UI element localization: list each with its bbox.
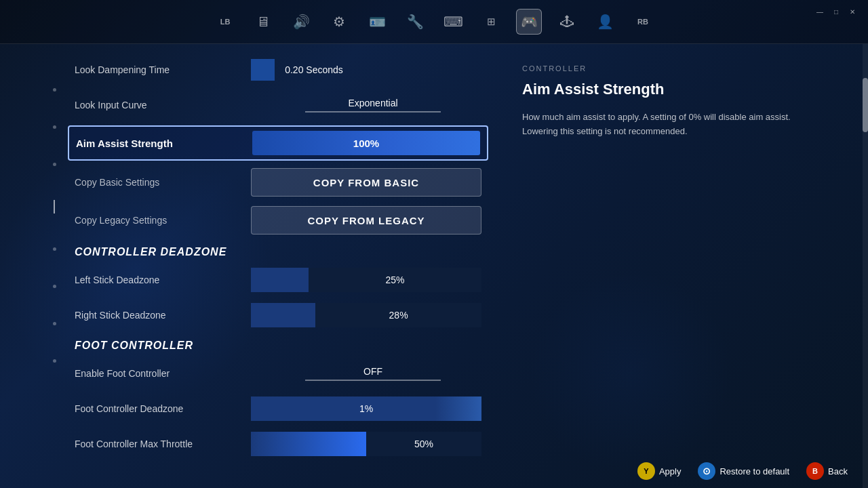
apply-label: Apply xyxy=(659,466,682,476)
right-stick-bar[interactable]: 28% xyxy=(251,303,481,327)
apply-icon: Y xyxy=(637,462,655,480)
right-stick-fill xyxy=(251,303,315,327)
close-button[interactable]: ✕ xyxy=(847,7,858,16)
sidebar-dot-6 xyxy=(53,322,56,325)
panel-section-label: CONTROLLER xyxy=(522,64,851,73)
sidebar-line xyxy=(54,200,55,214)
copy-from-legacy-button[interactable]: COPY FROM LEGACY xyxy=(251,206,481,235)
foot-controller-toggle-track[interactable]: OFF xyxy=(264,366,481,381)
nav-controller[interactable]: 🎮 xyxy=(516,9,542,35)
left-stick-label: Left Stick Deadzone xyxy=(75,274,251,285)
nav-network[interactable]: ⊞ xyxy=(478,9,504,35)
nav-lb[interactable]: LB xyxy=(212,9,238,35)
aim-assist-row[interactable]: Aim Assist Strength 100% xyxy=(68,125,488,161)
look-dampening-slider[interactable]: 0.20 Seconds xyxy=(251,59,481,81)
foot-deadzone-row: Foot Controller Deadzone 1% xyxy=(68,391,488,426)
restore-icon: ⊙ xyxy=(698,462,715,480)
foot-deadzone-label: Foot Controller Deadzone xyxy=(75,403,251,414)
panel-title: Aim Assist Strength xyxy=(522,81,851,98)
nav-rb[interactable]: RB xyxy=(630,9,656,35)
foot-controller-toggle-underline xyxy=(305,380,441,381)
minimize-button[interactable]: — xyxy=(814,7,825,16)
nav-user[interactable]: 👤 xyxy=(592,9,618,35)
restore-button[interactable]: ⊙ Restore to default xyxy=(698,462,789,480)
foot-throttle-value: 50% xyxy=(366,439,481,449)
restore-label: Restore to default xyxy=(719,466,789,476)
controller-deadzone-title: CONTROLLER DEADZONE xyxy=(75,246,481,258)
nav-audio[interactable]: 🔊 xyxy=(288,9,314,35)
foot-controller-title: FOOT CONTROLLER xyxy=(75,340,481,352)
curve-track[interactable]: Exponential xyxy=(264,98,481,113)
maximize-button[interactable]: □ xyxy=(831,7,842,16)
copy-legacy-label: Copy Legacy Settings xyxy=(75,215,251,226)
left-stick-bar[interactable]: 25% xyxy=(251,268,481,292)
right-stick-label: Right Stick Deadzone xyxy=(75,310,251,321)
copy-legacy-row: Copy Legacy Settings COPY FROM LEGACY xyxy=(68,201,488,239)
left-sidebar xyxy=(47,54,61,488)
nav-keyboard[interactable]: ⌨ xyxy=(440,9,466,35)
look-dampening-row: Look Dampening Time 0.20 Seconds xyxy=(68,52,488,87)
panel-description: How much aim assist to apply. A setting … xyxy=(522,110,807,139)
left-stick-value: 25% xyxy=(309,274,481,285)
sidebar-dot-5 xyxy=(53,285,56,288)
curve-value: Exponential xyxy=(348,98,397,108)
look-dampening-control: 0.20 Seconds xyxy=(251,59,481,81)
aim-assist-bar[interactable]: 100% xyxy=(252,131,480,155)
enable-foot-controller-label: Enable Foot Controller xyxy=(75,368,251,379)
dampening-color-box xyxy=(251,59,275,81)
aim-assist-value: 100% xyxy=(353,138,379,149)
right-stick-value: 28% xyxy=(315,310,481,321)
sidebar-dot-3 xyxy=(53,163,56,166)
controller-deadzone-section: CONTROLLER DEADZONE xyxy=(68,239,488,262)
copy-basic-label: Copy Basic Settings xyxy=(75,177,251,188)
nav-gamepad[interactable]: 🕹 xyxy=(554,9,580,35)
left-stick-row: Left Stick Deadzone 25% xyxy=(68,262,488,298)
copy-from-basic-button[interactable]: COPY FROM BASIC xyxy=(251,168,481,197)
back-icon: B xyxy=(806,462,824,480)
foot-controller-toggle-value: OFF xyxy=(363,366,382,377)
sidebar-dot-4 xyxy=(53,247,56,251)
foot-throttle-fill xyxy=(251,432,366,456)
enable-foot-controller-row: Enable Foot Controller OFF xyxy=(68,356,488,391)
apply-button[interactable]: Y Apply xyxy=(637,462,682,480)
nav-wrench[interactable]: 🔧 xyxy=(402,9,428,35)
nav-card[interactable]: 🪪 xyxy=(364,9,390,35)
sidebar-dot-2 xyxy=(53,125,56,129)
aim-assist-label: Aim Assist Strength xyxy=(76,138,252,149)
back-button[interactable]: B Back xyxy=(806,462,848,480)
nav-monitor[interactable]: 🖥 xyxy=(250,9,276,35)
nav-gear[interactable]: ⚙ xyxy=(326,9,352,35)
foot-throttle-bar[interactable]: 50% xyxy=(251,432,481,456)
foot-throttle-label: Foot Controller Max Throttle xyxy=(75,439,251,449)
bottom-action-bar: Y Apply ⊙ Restore to default B Back xyxy=(0,454,868,488)
settings-area: Look Dampening Time 0.20 Seconds Look In… xyxy=(68,44,488,470)
copy-basic-row: Copy Basic Settings COPY FROM BASIC xyxy=(68,163,488,201)
foot-deadzone-value: 1% xyxy=(251,403,481,414)
back-label: Back xyxy=(828,466,848,476)
foot-deadzone-bar[interactable]: 1% xyxy=(251,396,481,421)
sidebar-dot-1 xyxy=(53,88,56,92)
curve-underline xyxy=(305,111,441,113)
window-controls: — □ ✕ xyxy=(814,7,858,16)
right-stick-row: Right Stick Deadzone 28% xyxy=(68,298,488,333)
left-stick-fill xyxy=(251,268,309,292)
look-input-curve-row: Look Input Curve Exponential xyxy=(68,87,488,123)
right-panel: CONTROLLER Aim Assist Strength How much … xyxy=(505,44,868,488)
look-dampening-label: Look Dampening Time xyxy=(75,64,251,75)
main-content: Look Dampening Time 0.20 Seconds Look In… xyxy=(68,44,488,488)
dampening-value: 0.20 Seconds xyxy=(280,64,348,75)
sidebar-dot-7 xyxy=(53,359,56,363)
foot-controller-section: FOOT CONTROLLER xyxy=(68,333,488,356)
look-input-curve-label: Look Input Curve xyxy=(75,100,251,110)
top-navigation: LB 🖥 🔊 ⚙ 🪪 🔧 ⌨ ⊞ 🎮 🕹 👤 RB xyxy=(0,0,868,44)
